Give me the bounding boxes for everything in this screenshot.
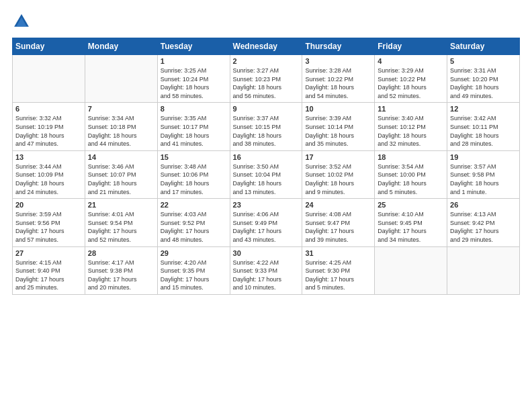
- day-number: 11: [378, 105, 444, 113]
- day-cell: 11Sunrise: 3:40 AM Sunset: 10:12 PM Dayl…: [375, 103, 447, 150]
- day-cell: 18Sunrise: 3:54 AM Sunset: 10:00 PM Dayl…: [375, 150, 447, 198]
- day-cell: 28Sunrise: 4:17 AM Sunset: 9:38 PM Dayli…: [85, 246, 157, 294]
- day-cell: 16Sunrise: 3:50 AM Sunset: 10:04 PM Dayl…: [230, 150, 302, 198]
- day-info: Sunrise: 4:25 AM Sunset: 9:30 PM Dayligh…: [305, 259, 371, 292]
- day-number: 1: [161, 57, 227, 65]
- day-info: Sunrise: 3:39 AM Sunset: 10:14 PM Daylig…: [305, 114, 371, 148]
- day-cell: 20Sunrise: 3:59 AM Sunset: 9:56 PM Dayli…: [13, 199, 85, 246]
- day-number: 30: [233, 249, 300, 257]
- day-number: 3: [305, 57, 371, 65]
- day-cell: 15Sunrise: 3:48 AM Sunset: 10:06 PM Dayl…: [157, 150, 230, 198]
- day-cell: 19Sunrise: 3:57 AM Sunset: 9:58 PM Dayli…: [447, 150, 520, 198]
- page: SundayMondayTuesdayWednesdayThursdayFrid…: [0, 0, 532, 411]
- day-info: Sunrise: 4:10 AM Sunset: 9:45 PM Dayligh…: [378, 210, 444, 244]
- day-info: Sunrise: 3:32 AM Sunset: 10:19 PM Daylig…: [15, 114, 82, 148]
- weekday-sunday: Sunday: [13, 38, 85, 55]
- day-info: Sunrise: 3:46 AM Sunset: 10:07 PM Daylig…: [88, 163, 154, 196]
- day-info: Sunrise: 3:44 AM Sunset: 10:09 PM Daylig…: [15, 163, 82, 196]
- day-cell: 12Sunrise: 3:42 AM Sunset: 10:11 PM Dayl…: [447, 103, 520, 150]
- day-info: Sunrise: 4:15 AM Sunset: 9:40 PM Dayligh…: [15, 259, 82, 292]
- day-number: 23: [233, 201, 300, 209]
- day-info: Sunrise: 3:48 AM Sunset: 10:06 PM Daylig…: [161, 163, 227, 196]
- day-info: Sunrise: 3:28 AM Sunset: 10:22 PM Daylig…: [305, 66, 371, 100]
- day-info: Sunrise: 3:29 AM Sunset: 10:22 PM Daylig…: [378, 66, 444, 100]
- day-info: Sunrise: 3:57 AM Sunset: 9:58 PM Dayligh…: [450, 163, 517, 196]
- day-info: Sunrise: 3:50 AM Sunset: 10:04 PM Daylig…: [233, 163, 300, 196]
- weekday-tuesday: Tuesday: [157, 38, 230, 55]
- day-number: 4: [378, 57, 444, 65]
- day-number: 10: [305, 105, 371, 113]
- day-number: 19: [450, 153, 517, 161]
- day-cell: 22Sunrise: 4:03 AM Sunset: 9:52 PM Dayli…: [157, 199, 230, 246]
- day-cell: 17Sunrise: 3:52 AM Sunset: 10:02 PM Dayl…: [302, 150, 375, 198]
- calendar-table: SundayMondayTuesdayWednesdayThursdayFrid…: [12, 38, 520, 295]
- day-cell: 10Sunrise: 3:39 AM Sunset: 10:14 PM Dayl…: [302, 103, 375, 150]
- day-cell: 8Sunrise: 3:35 AM Sunset: 10:17 PM Dayli…: [157, 103, 230, 150]
- day-cell: 29Sunrise: 4:20 AM Sunset: 9:35 PM Dayli…: [157, 246, 230, 294]
- day-info: Sunrise: 4:20 AM Sunset: 9:35 PM Dayligh…: [161, 259, 227, 292]
- weekday-header-row: SundayMondayTuesdayWednesdayThursdayFrid…: [13, 38, 520, 55]
- day-cell: 21Sunrise: 4:01 AM Sunset: 9:54 PM Dayli…: [85, 199, 157, 246]
- day-cell: 3Sunrise: 3:28 AM Sunset: 10:22 PM Dayli…: [302, 55, 375, 103]
- weekday-wednesday: Wednesday: [230, 38, 302, 55]
- day-cell: [375, 246, 447, 294]
- logo: [12, 12, 34, 31]
- week-row-4: 20Sunrise: 3:59 AM Sunset: 9:56 PM Dayli…: [13, 199, 520, 246]
- day-cell: 7Sunrise: 3:34 AM Sunset: 10:18 PM Dayli…: [85, 103, 157, 150]
- day-info: Sunrise: 3:35 AM Sunset: 10:17 PM Daylig…: [161, 114, 227, 148]
- weekday-friday: Friday: [375, 38, 447, 55]
- day-info: Sunrise: 4:06 AM Sunset: 9:49 PM Dayligh…: [233, 210, 300, 244]
- day-number: 6: [15, 105, 82, 113]
- day-cell: 24Sunrise: 4:08 AM Sunset: 9:47 PM Dayli…: [302, 199, 375, 246]
- day-number: 31: [305, 249, 371, 257]
- day-cell: 4Sunrise: 3:29 AM Sunset: 10:22 PM Dayli…: [375, 55, 447, 103]
- week-row-5: 27Sunrise: 4:15 AM Sunset: 9:40 PM Dayli…: [13, 246, 520, 294]
- day-number: 25: [378, 201, 444, 209]
- day-number: 29: [161, 249, 227, 257]
- day-info: Sunrise: 4:01 AM Sunset: 9:54 PM Dayligh…: [88, 210, 154, 244]
- day-info: Sunrise: 3:27 AM Sunset: 10:23 PM Daylig…: [233, 66, 300, 100]
- day-info: Sunrise: 3:34 AM Sunset: 10:18 PM Daylig…: [88, 114, 154, 148]
- week-row-2: 6Sunrise: 3:32 AM Sunset: 10:19 PM Dayli…: [13, 103, 520, 150]
- logo-icon: [12, 12, 31, 31]
- day-number: 26: [450, 201, 517, 209]
- day-info: Sunrise: 3:37 AM Sunset: 10:15 PM Daylig…: [233, 114, 300, 148]
- day-info: Sunrise: 3:54 AM Sunset: 10:00 PM Daylig…: [378, 163, 444, 196]
- day-cell: 23Sunrise: 4:06 AM Sunset: 9:49 PM Dayli…: [230, 199, 302, 246]
- weekday-saturday: Saturday: [447, 38, 520, 55]
- day-number: 21: [88, 201, 154, 209]
- day-cell: 13Sunrise: 3:44 AM Sunset: 10:09 PM Dayl…: [13, 150, 85, 198]
- day-cell: 5Sunrise: 3:31 AM Sunset: 10:20 PM Dayli…: [447, 55, 520, 103]
- day-info: Sunrise: 3:40 AM Sunset: 10:12 PM Daylig…: [378, 114, 444, 148]
- day-info: Sunrise: 4:03 AM Sunset: 9:52 PM Dayligh…: [161, 210, 227, 244]
- day-number: 9: [233, 105, 300, 113]
- day-number: 12: [450, 105, 517, 113]
- day-number: 24: [305, 201, 371, 209]
- week-row-1: 1Sunrise: 3:25 AM Sunset: 10:24 PM Dayli…: [13, 55, 520, 103]
- day-cell: 26Sunrise: 4:13 AM Sunset: 9:42 PM Dayli…: [447, 199, 520, 246]
- week-row-3: 13Sunrise: 3:44 AM Sunset: 10:09 PM Dayl…: [13, 150, 520, 198]
- day-cell: [13, 55, 85, 103]
- day-cell: 14Sunrise: 3:46 AM Sunset: 10:07 PM Dayl…: [85, 150, 157, 198]
- day-number: 20: [15, 201, 82, 209]
- day-number: 22: [161, 201, 227, 209]
- day-cell: 27Sunrise: 4:15 AM Sunset: 9:40 PM Dayli…: [13, 246, 85, 294]
- day-cell: 9Sunrise: 3:37 AM Sunset: 10:15 PM Dayli…: [230, 103, 302, 150]
- weekday-monday: Monday: [85, 38, 157, 55]
- day-info: Sunrise: 4:17 AM Sunset: 9:38 PM Dayligh…: [88, 259, 154, 292]
- day-number: 13: [15, 153, 82, 161]
- day-info: Sunrise: 3:25 AM Sunset: 10:24 PM Daylig…: [161, 66, 227, 100]
- weekday-thursday: Thursday: [302, 38, 375, 55]
- day-cell: 25Sunrise: 4:10 AM Sunset: 9:45 PM Dayli…: [375, 199, 447, 246]
- day-number: 27: [15, 249, 82, 257]
- day-info: Sunrise: 3:59 AM Sunset: 9:56 PM Dayligh…: [15, 210, 82, 244]
- day-info: Sunrise: 4:08 AM Sunset: 9:47 PM Dayligh…: [305, 210, 371, 244]
- day-number: 16: [233, 153, 300, 161]
- day-cell: 2Sunrise: 3:27 AM Sunset: 10:23 PM Dayli…: [230, 55, 302, 103]
- day-number: 8: [161, 105, 227, 113]
- day-info: Sunrise: 3:31 AM Sunset: 10:20 PM Daylig…: [450, 66, 517, 100]
- day-number: 5: [450, 57, 517, 65]
- day-number: 2: [233, 57, 300, 65]
- day-cell: 30Sunrise: 4:22 AM Sunset: 9:33 PM Dayli…: [230, 246, 302, 294]
- day-cell: 6Sunrise: 3:32 AM Sunset: 10:19 PM Dayli…: [13, 103, 85, 150]
